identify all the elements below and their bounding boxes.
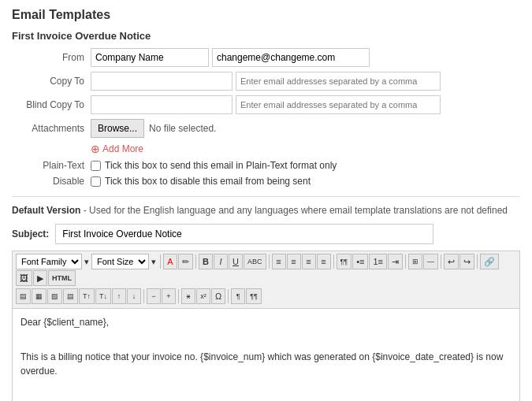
no-file-text: No file selected.: [149, 123, 216, 134]
toolbar-row-2: ▤ ▦ ▧ ▤ T↑ T↓ ↑ ↓ − + x x² Ω ¶ ¶¶: [16, 288, 516, 304]
link-button[interactable]: 🔗: [480, 254, 499, 269]
editor-container: Font Family ▾ Font Size ▾ A ✏ B I U ABC …: [12, 251, 520, 401]
sep5: [405, 254, 406, 269]
plaintext-label: Plain-Text: [12, 160, 91, 171]
from-label: From: [12, 52, 91, 63]
blindcopyto-label: Blind Copy To: [12, 99, 91, 110]
disable-checkbox-row: Tick this box to disable this email from…: [91, 176, 311, 187]
divider: [12, 196, 520, 197]
sep1: [160, 254, 161, 269]
form-section: First Invoice Overdue Notice From Copy T…: [12, 30, 520, 187]
tb2-plus-btn[interactable]: +: [162, 288, 176, 304]
tb2-btn7[interactable]: ↑: [112, 288, 126, 304]
from-row: From: [12, 48, 520, 67]
ol-button[interactable]: 1≡: [369, 254, 387, 269]
copyto-label: Copy To: [12, 76, 91, 87]
redo-button[interactable]: ↪: [459, 254, 474, 269]
copyto-input[interactable]: [91, 72, 233, 91]
hr-button[interactable]: —: [423, 254, 438, 269]
tb2-btn5[interactable]: T↑: [79, 288, 95, 304]
tb2-superscript-btn[interactable]: x²: [196, 288, 210, 304]
tb2-omega-btn[interactable]: Ω: [211, 288, 225, 304]
attachments-label: Attachments: [12, 123, 91, 134]
tb2-btn1[interactable]: ▤: [16, 288, 31, 304]
body-line-3: This is a billing notice that your invoi…: [20, 350, 512, 378]
tb2-pilcrow-btn[interactable]: ¶¶: [246, 288, 262, 304]
align-justify-button[interactable]: ≡: [317, 254, 331, 269]
attachments-controls: Browse... No file selected.: [91, 119, 216, 138]
tb2-btn3[interactable]: ▧: [47, 288, 62, 304]
sep2: [195, 254, 196, 269]
sep9: [178, 289, 179, 303]
italic-button[interactable]: I: [214, 254, 228, 269]
page-title: Email Templates: [12, 8, 520, 22]
subject-row: Subject:: [12, 224, 520, 244]
toolbar-separator-text2: ▾: [150, 257, 158, 267]
format-button[interactable]: ¶¶: [337, 254, 352, 269]
add-more-label: Add More: [102, 143, 143, 154]
tb2-btn6[interactable]: T↓: [95, 288, 111, 304]
image-button[interactable]: 🖼: [16, 270, 32, 286]
blindcopyto-row: Blind Copy To: [12, 95, 520, 114]
editor-toolbar: Font Family ▾ Font Size ▾ A ✏ B I U ABC …: [13, 251, 519, 309]
sep3: [269, 254, 270, 269]
font-color-button[interactable]: A: [163, 254, 177, 269]
table-button[interactable]: ⊞: [408, 254, 422, 269]
subject-label: Subject:: [12, 228, 49, 239]
bold-button[interactable]: B: [199, 254, 213, 269]
tb2-btn8[interactable]: ↓: [127, 288, 141, 304]
body-line-1: Dear {$client_name},: [20, 315, 512, 329]
copyto-row: Copy To: [12, 72, 520, 91]
section-title: First Invoice Overdue Notice: [12, 30, 520, 42]
disable-checkbox[interactable]: [91, 176, 101, 187]
video-button[interactable]: ▶: [33, 270, 47, 286]
editor-body[interactable]: Dear {$client_name}, This is a billing n…: [13, 309, 519, 401]
highlight-button[interactable]: ✏: [178, 254, 193, 269]
plaintext-checkbox-row: Tick this box to send this email in Plai…: [91, 160, 337, 171]
tb2-special-btn[interactable]: ¶: [231, 288, 245, 304]
blindcopyto-input[interactable]: [91, 95, 233, 114]
disable-row: Disable Tick this box to disable this em…: [12, 176, 520, 187]
browse-button[interactable]: Browse...: [91, 119, 144, 138]
undo-button[interactable]: ↩: [444, 254, 459, 269]
sep4: [333, 254, 334, 269]
from-email-input[interactable]: [212, 48, 370, 67]
align-right-button[interactable]: ≡: [302, 254, 316, 269]
default-version-description: Default Version - Used for the English l…: [12, 205, 520, 216]
from-name-input[interactable]: [91, 48, 209, 67]
plaintext-row: Plain-Text Tick this box to send this em…: [12, 160, 520, 171]
tb2-btn4[interactable]: ▤: [63, 288, 78, 304]
sep7: [477, 254, 478, 269]
subject-input[interactable]: [55, 224, 433, 244]
plaintext-checkbox-text: Tick this box to send this email in Plai…: [105, 160, 337, 171]
font-family-select[interactable]: Font Family: [16, 254, 82, 269]
attachments-row: Attachments Browse... No file selected.: [12, 119, 520, 138]
body-line-2: [20, 332, 512, 347]
underline-button[interactable]: U: [229, 254, 243, 269]
align-left-button[interactable]: ≡: [272, 254, 286, 269]
sep10: [228, 289, 229, 303]
default-version-desc-text: - Used for the English language and any …: [84, 205, 508, 216]
plus-icon: ⊕: [91, 143, 100, 155]
tb2-strikethrough-btn[interactable]: x: [181, 288, 195, 304]
font-size-select[interactable]: Font Size: [91, 254, 149, 269]
abc-button[interactable]: ABC: [244, 254, 266, 269]
disable-label: Disable: [12, 176, 91, 187]
body-line-4: [20, 381, 512, 395]
add-more-link[interactable]: ⊕ Add More: [91, 143, 520, 155]
copyto-placeholder-input[interactable]: [236, 72, 441, 91]
tb2-btn2[interactable]: ▦: [32, 288, 47, 304]
html-button[interactable]: HTML: [48, 270, 76, 286]
sep6: [441, 254, 441, 269]
ul-button[interactable]: •≡: [352, 254, 368, 269]
sep8: [143, 289, 144, 303]
align-center-button[interactable]: ≡: [287, 254, 301, 269]
blindcopyto-placeholder-input[interactable]: [236, 95, 441, 114]
plaintext-checkbox[interactable]: [91, 161, 101, 171]
toolbar-separator-text: ▾: [83, 257, 91, 267]
tb2-minus-btn[interactable]: −: [147, 288, 161, 304]
default-version-label: Default Version: [12, 205, 80, 216]
disable-checkbox-text: Tick this box to disable this email from…: [105, 176, 311, 187]
toolbar-row-1: Font Family ▾ Font Size ▾ A ✏ B I U ABC …: [16, 254, 516, 286]
indent-button[interactable]: ⇥: [388, 254, 403, 269]
